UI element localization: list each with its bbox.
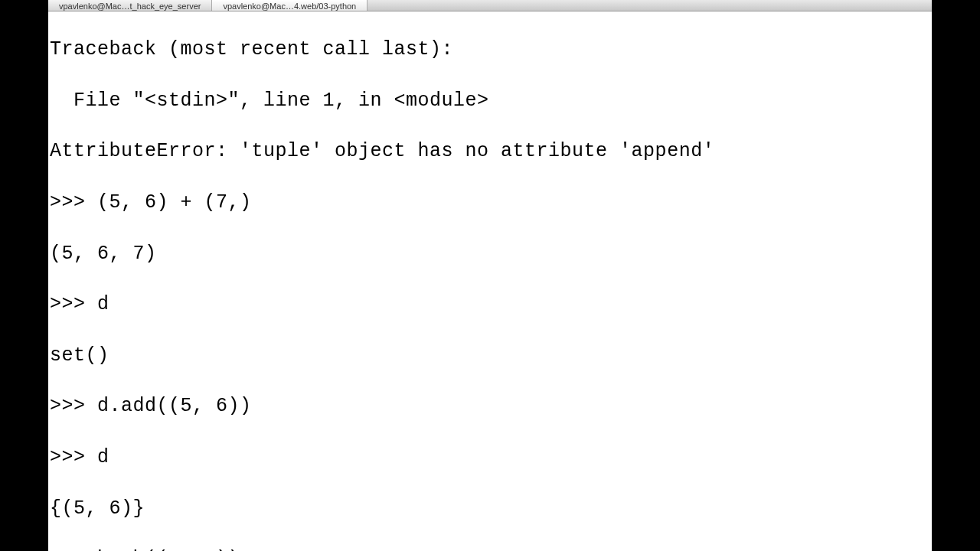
terminal-line: >>> d.add((5, 6)) — [50, 393, 930, 419]
tab-bar: vpavlenko@Mac…t_hack_eye_server vpavlenk… — [48, 0, 932, 11]
terminal-content[interactable]: Traceback (most recent call last): File … — [48, 11, 932, 551]
tab-python[interactable]: vpavlenko@Mac…4.web/03-python — [212, 0, 368, 11]
terminal-window: vpavlenko@Mac…t_hack_eye_server vpavlenk… — [48, 0, 932, 551]
tab-label: vpavlenko@Mac…4.web/03-python — [223, 2, 356, 11]
terminal-line: >>> (5, 6) + (7,) — [50, 190, 930, 215]
terminal-line: >>> hash((5, 6)) — [50, 546, 930, 551]
terminal-line: AttributeError: 'tuple' object has no at… — [50, 139, 930, 164]
tab-label: vpavlenko@Mac…t_hack_eye_server — [59, 2, 201, 11]
terminal-line: Traceback (most recent call last): — [50, 37, 930, 62]
tab-server[interactable]: vpavlenko@Mac…t_hack_eye_server — [48, 0, 212, 11]
terminal-line: >>> d — [50, 445, 930, 470]
terminal-line: >>> d — [50, 292, 930, 317]
terminal-line: (5, 6, 7) — [50, 241, 930, 266]
terminal-line: File "<stdin>", line 1, in <module> — [50, 88, 930, 113]
terminal-line: set() — [50, 343, 930, 368]
terminal-line: {(5, 6)} — [50, 496, 930, 521]
